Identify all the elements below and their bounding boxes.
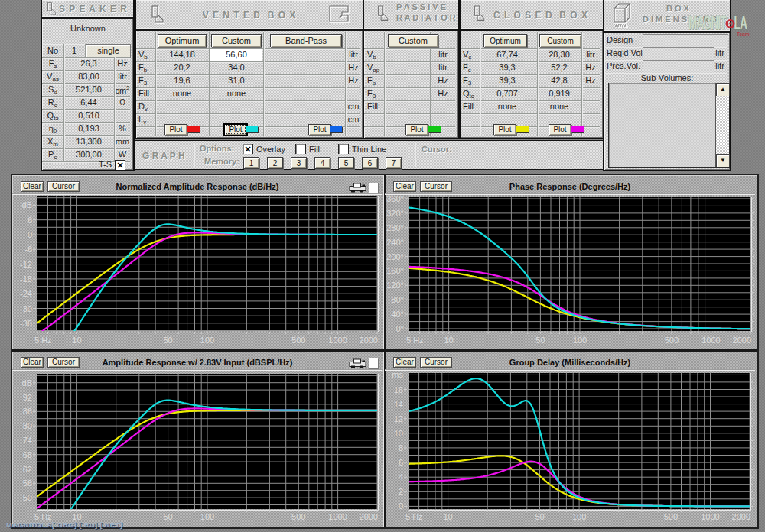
svg-text:100: 100 (200, 336, 214, 345)
svg-text:100: 100 (200, 512, 214, 521)
svg-text:10: 10 (444, 336, 453, 345)
svg-text:2000: 2000 (732, 512, 750, 521)
svg-text:10: 10 (394, 429, 403, 438)
svg-text:-18: -18 (20, 274, 32, 284)
svg-text:12: 12 (394, 414, 403, 423)
svg-text:2000: 2000 (733, 336, 751, 345)
svg-text:5 Hz: 5 Hz (34, 336, 52, 345)
svg-text:100: 100 (572, 512, 586, 521)
svg-text:-24: -24 (20, 289, 32, 298)
svg-text:-30: -30 (20, 304, 32, 313)
svg-text:0: 0 (399, 501, 403, 511)
svg-text:92: 92 (23, 393, 32, 402)
svg-text:1000: 1000 (328, 336, 347, 345)
svg-text:4: 4 (399, 472, 403, 482)
svg-text:0°: 0° (396, 324, 404, 333)
svg-text:56: 56 (23, 478, 32, 488)
svg-text:40°: 40° (391, 310, 404, 319)
svg-text:5 Hz: 5 Hz (405, 512, 423, 521)
svg-text:50: 50 (23, 493, 32, 502)
svg-text:86: 86 (23, 407, 32, 416)
svg-text:2: 2 (399, 487, 403, 496)
svg-text:100: 100 (573, 336, 587, 345)
svg-text:80: 80 (23, 421, 32, 430)
svg-text:0: 0 (28, 230, 32, 239)
svg-text:120°: 120° (386, 281, 404, 290)
svg-text:500: 500 (665, 336, 679, 345)
svg-text:320°: 320° (386, 209, 404, 218)
svg-text:5 Hz: 5 Hz (406, 336, 424, 345)
svg-text:160°: 160° (386, 266, 404, 275)
svg-text:dB: dB (22, 378, 32, 388)
svg-text:240°: 240° (386, 238, 404, 247)
svg-text:16: 16 (394, 385, 403, 394)
svg-text:74: 74 (23, 436, 32, 445)
svg-text:dB: dB (22, 200, 32, 209)
svg-text:1000: 1000 (702, 336, 720, 345)
svg-text:1000: 1000 (328, 512, 347, 521)
svg-text:1000: 1000 (701, 512, 719, 521)
svg-text:280°: 280° (386, 223, 404, 232)
svg-text:2000: 2000 (360, 512, 378, 521)
svg-text:50: 50 (536, 336, 545, 345)
svg-text:10: 10 (443, 512, 452, 521)
svg-text:6: 6 (399, 458, 403, 467)
svg-text:8: 8 (399, 443, 403, 453)
svg-text:ms: ms (392, 372, 403, 379)
svg-text:2000: 2000 (360, 336, 378, 345)
svg-text:360°: 360° (386, 195, 404, 203)
svg-text:10: 10 (72, 336, 81, 345)
svg-text:500: 500 (291, 336, 305, 345)
svg-text:500: 500 (291, 512, 305, 521)
svg-text:-12: -12 (20, 260, 32, 269)
svg-text:62: 62 (23, 465, 32, 474)
svg-text:50: 50 (163, 512, 172, 521)
svg-text:14: 14 (394, 400, 403, 409)
svg-text:68: 68 (23, 450, 32, 459)
svg-text:-6: -6 (24, 245, 32, 254)
svg-text:200°: 200° (386, 252, 404, 261)
svg-text:50: 50 (163, 336, 172, 345)
svg-text:80°: 80° (391, 295, 404, 304)
svg-text:-36: -36 (20, 319, 32, 328)
svg-text:50: 50 (535, 512, 544, 521)
svg-text:500: 500 (664, 512, 678, 521)
svg-text:6: 6 (28, 216, 32, 225)
